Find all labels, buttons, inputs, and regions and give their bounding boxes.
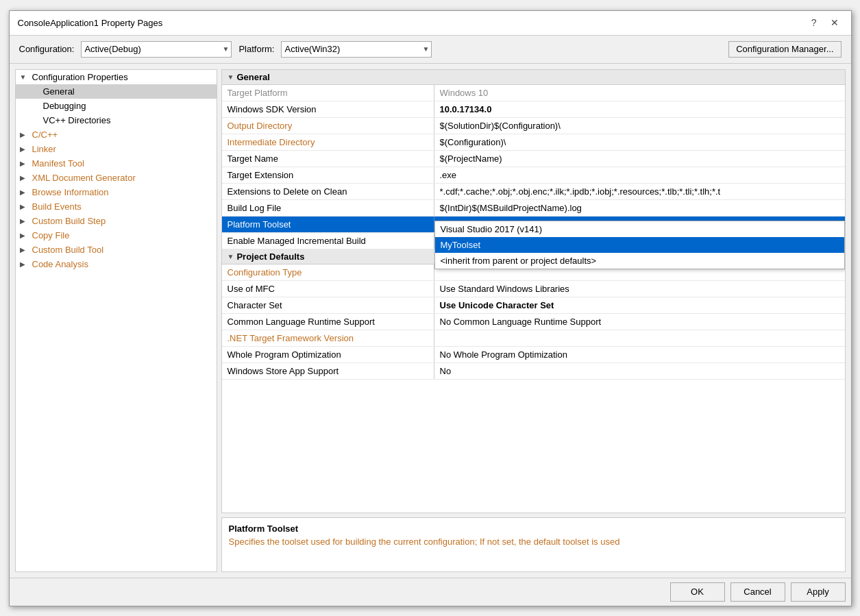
sidebar-item-custom-build-tool[interactable]: ▶ Custom Build Tool <box>16 243 217 257</box>
prop-build-log[interactable]: Build Log File $(IntDir)$(MSBuildProject… <box>222 200 845 217</box>
prop-windows-sdk: Windows SDK Version 10.0.17134.0 <box>222 101 845 118</box>
custom-tool-expand: ▶ <box>20 246 29 254</box>
prop-value-net-target <box>434 330 845 346</box>
right-panel: ▼ General Target Platform Windows 10 Win… <box>221 69 846 572</box>
prop-target-ext[interactable]: Target Extension .exe <box>222 167 845 184</box>
platform-label: Platform: <box>238 44 274 54</box>
sidebar-item-debugging[interactable]: Debugging <box>16 99 217 113</box>
sidebar-item-config-properties[interactable]: ▼ Configuration Properties <box>16 70 217 84</box>
c-cpp-expand: ▶ <box>20 131 29 138</box>
description-text: Specifies the toolset used for building … <box>229 537 838 547</box>
sidebar-item-build-events[interactable]: ▶ Build Events <box>16 199 217 214</box>
sidebar-item-vc-directories[interactable]: VC++ Directories <box>16 113 217 127</box>
prop-intermediate-dir[interactable]: Intermediate Directory $(Configuration)\ <box>222 134 845 151</box>
prop-char-set[interactable]: Character Set Use Unicode Character Set <box>222 297 845 314</box>
ok-button[interactable]: OK <box>670 582 725 602</box>
property-pages-dialog: ConsoleApplication1 Property Pages ? ✕ C… <box>9 10 852 606</box>
prop-name-clr-support: Common Language Runtime Support <box>222 314 434 330</box>
sidebar-root-label: Configuration Properties <box>32 72 128 82</box>
sidebar-item-browse-info[interactable]: ▶ Browse Information <box>16 185 217 199</box>
custom-build-expand: ▶ <box>20 217 29 225</box>
title-controls: ? ✕ <box>807 16 843 29</box>
prop-wpo[interactable]: Whole Program Optimization No Whole Prog… <box>222 347 845 363</box>
manifest-expand: ▶ <box>20 160 29 167</box>
prop-value-ext-delete: *.cdf;*.cache;*.obj;*.obj.enc;*.ilk;*.ip… <box>434 184 845 199</box>
config-manager-button[interactable]: Configuration Manager... <box>728 41 841 58</box>
linker-expand: ▶ <box>20 145 29 153</box>
config-label: Configuration: <box>19 44 75 54</box>
cancel-button[interactable]: Cancel <box>730 582 785 602</box>
sidebar-item-code-analysis[interactable]: ▶ Code Analysis <box>16 257 217 271</box>
description-area: Platform Toolset Specifies the toolset u… <box>221 517 846 572</box>
prop-name-use-mfc: Use of MFC <box>222 281 434 297</box>
prop-value-target-name: $(ProjectName) <box>434 151 845 167</box>
prop-value-clr-support: No Common Language Runtime Support <box>434 314 845 330</box>
prop-target-name[interactable]: Target Name $(ProjectName) <box>222 151 845 167</box>
prop-name-output-dir: Output Directory <box>222 118 434 134</box>
prop-value-target-ext: .exe <box>434 167 845 183</box>
description-title: Platform Toolset <box>229 523 838 534</box>
prop-name-target-ext: Target Extension <box>222 167 434 183</box>
dropdown-option-vs2017[interactable]: Visual Studio 2017 (v141) <box>435 221 844 237</box>
prop-net-target[interactable]: .NET Target Framework Version <box>222 330 845 347</box>
dialog-title: ConsoleApplication1 Property Pages <box>18 18 163 28</box>
prop-name-intermediate-dir: Intermediate Directory <box>222 134 434 150</box>
prop-ext-delete[interactable]: Extensions to Delete on Clean *.cdf;*.ca… <box>222 184 845 200</box>
prop-name-target-platform: Target Platform <box>222 85 434 101</box>
prop-output-dir[interactable]: Output Directory $(SolutionDir)$(Configu… <box>222 118 845 134</box>
sidebar-item-c-cpp[interactable]: ▶ C/C++ <box>16 127 217 142</box>
main-content: ▼ Configuration Properties General Debug… <box>10 64 851 578</box>
prop-name-windows-sdk: Windows SDK Version <box>222 101 434 117</box>
prop-name-platform-toolset: Platform Toolset <box>222 217 434 232</box>
sidebar-item-custom-build-step[interactable]: ▶ Custom Build Step <box>16 214 217 228</box>
sidebar-item-general[interactable]: General <box>16 84 217 99</box>
sidebar: ▼ Configuration Properties General Debug… <box>15 69 217 572</box>
config-select-wrapper: Active(Debug) ▼ <box>81 41 232 58</box>
button-bar: OK Cancel Apply <box>10 578 851 606</box>
prop-name-wpo: Whole Program Optimization <box>222 347 434 362</box>
dropdown-option-mytoolset[interactable]: MyToolset <box>435 237 844 253</box>
code-analysis-expand: ▶ <box>20 260 29 268</box>
dropdown-option-inherit[interactable]: <inherit from parent or project defaults… <box>435 253 844 269</box>
prop-value-intermediate-dir: $(Configuration)\ <box>434 134 845 150</box>
project-defaults-label: Project Defaults <box>236 251 304 262</box>
prop-clr-support[interactable]: Common Language Runtime Support No Commo… <box>222 314 845 330</box>
prop-value-output-dir: $(SolutionDir)$(Configuration)\ <box>434 118 845 134</box>
prop-name-config-type: Configuration Type <box>222 264 434 280</box>
prop-value-wpo: No Whole Program Optimization <box>434 347 845 362</box>
config-select[interactable]: Active(Debug) <box>81 41 232 58</box>
prop-win-store[interactable]: Windows Store App Support No <box>222 363 845 380</box>
sidebar-item-copy-file[interactable]: ▶ Copy File <box>16 228 217 243</box>
prop-use-mfc[interactable]: Use of MFC Use Standard Windows Librarie… <box>222 281 845 297</box>
sidebar-item-linker[interactable]: ▶ Linker <box>16 142 217 156</box>
prop-value-build-log: $(IntDir)$(MSBuildProjectName).log <box>434 200 845 216</box>
config-bar: Configuration: Active(Debug) ▼ Platform:… <box>10 36 851 64</box>
close-button[interactable]: ✕ <box>826 16 843 29</box>
general-section-header: ▼ General <box>222 70 845 85</box>
prop-name-enable-managed: Enable Managed Incremental Build <box>222 233 434 249</box>
prop-value-windows-sdk: 10.0.17134.0 <box>434 101 845 117</box>
prop-value-target-platform: Windows 10 <box>434 85 845 101</box>
platform-toolset-dropdown: Visual Studio 2017 (v141) MyToolset <inh… <box>434 221 845 269</box>
prop-value-use-mfc: Use Standard Windows Libraries <box>434 281 845 297</box>
prop-name-char-set: Character Set <box>222 297 434 313</box>
build-events-expand: ▶ <box>20 203 29 210</box>
help-button[interactable]: ? <box>807 16 821 29</box>
prop-value-char-set: Use Unicode Character Set <box>434 297 845 313</box>
platform-select[interactable]: Active(Win32) <box>281 41 432 58</box>
expand-icon: ▼ <box>20 73 29 81</box>
apply-button[interactable]: Apply <box>791 582 846 602</box>
prop-name-ext-delete: Extensions to Delete on Clean <box>222 184 434 199</box>
prop-name-net-target: .NET Target Framework Version <box>222 330 434 346</box>
general-section-label: General <box>236 72 269 82</box>
properties-scroll[interactable]: ▼ General Target Platform Windows 10 Win… <box>222 70 845 513</box>
properties-area: ▼ General Target Platform Windows 10 Win… <box>221 69 846 513</box>
prop-value-win-store: No <box>434 363 845 379</box>
prop-target-platform: Target Platform Windows 10 <box>222 85 845 101</box>
general-section-chevron: ▼ <box>228 73 234 81</box>
platform-select-wrapper: Active(Win32) ▼ <box>281 41 432 58</box>
project-defaults-chevron: ▼ <box>228 253 234 260</box>
sidebar-item-xml-doc[interactable]: ▶ XML Document Generator <box>16 171 217 185</box>
sidebar-item-manifest-tool[interactable]: ▶ Manifest Tool <box>16 156 217 171</box>
browse-expand: ▶ <box>20 188 29 196</box>
